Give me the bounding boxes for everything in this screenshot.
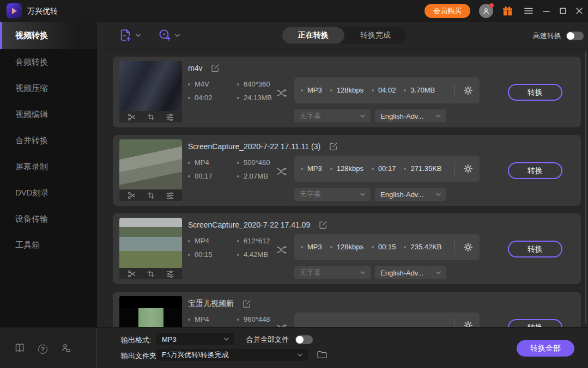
maximize-button[interactable]: [560, 8, 566, 14]
menu-icon[interactable]: [524, 8, 533, 14]
sidebar-item-video-convert[interactable]: 视频转换: [0, 22, 97, 49]
app-logo-icon: [7, 3, 22, 19]
video-thumbnail[interactable]: [119, 218, 182, 279]
audio-track-dropdown[interactable]: English-Adv...: [375, 188, 446, 201]
subtitle-dropdown[interactable]: 无字幕: [294, 188, 371, 201]
sidebar-item-toolbox[interactable]: 工具箱: [0, 232, 97, 258]
chevron-down-icon: [298, 353, 302, 357]
effects-icon[interactable]: [166, 270, 174, 278]
video-thumbnail[interactable]: [119, 296, 182, 327]
list-scrollbar[interactable]: [585, 52, 586, 324]
source-size: 4.42MB: [244, 249, 268, 260]
convert-direction-icon: [276, 322, 289, 327]
convert-button[interactable]: 转换: [508, 84, 562, 101]
output-bitrate: 128kbps: [337, 85, 363, 96]
file-row: ScreenCapture_2020-7-22 17.11.11 (3) MP4…: [113, 135, 581, 206]
settings-gear-icon[interactable]: [463, 164, 473, 174]
output-size: 235.42KB: [410, 242, 441, 253]
output-format: MP3: [307, 242, 322, 253]
output-settings[interactable]: MP3 128kbps 04:02 3.70MB: [294, 77, 480, 103]
tab-finished[interactable]: 转换完成: [344, 27, 407, 44]
output-format-dropdown[interactable]: MP3: [156, 333, 234, 345]
user-icon: [482, 7, 490, 15]
subtitle-dropdown[interactable]: 无字幕: [294, 266, 371, 279]
settings-gear-icon[interactable]: [463, 242, 473, 252]
sidebar-item-video-edit[interactable]: 视频编辑: [0, 101, 97, 127]
thumbnail-image: [119, 296, 182, 327]
convert-button[interactable]: 转换: [508, 162, 562, 179]
output-settings[interactable]: [294, 312, 480, 327]
convert-direction-icon: [276, 87, 289, 101]
crop-icon[interactable]: [147, 113, 155, 121]
add-disc-button[interactable]: [158, 28, 180, 42]
help-icon[interactable]: ?: [38, 345, 47, 354]
add-file-button[interactable]: [119, 28, 141, 42]
sidebar-item-audio-convert[interactable]: 音频转换: [0, 49, 97, 75]
convert-button[interactable]: 转换: [508, 319, 562, 327]
output-duration: 00:15: [378, 242, 396, 253]
settings-gear-icon[interactable]: [463, 321, 473, 327]
rename-icon[interactable]: [319, 220, 328, 229]
minimize-button[interactable]: [543, 8, 550, 14]
thumbnail-image: [119, 139, 182, 189]
output-folder-label: 输出文件夹:: [121, 351, 159, 361]
trim-icon[interactable]: [128, 191, 136, 200]
video-thumbnail[interactable]: [119, 61, 182, 122]
source-info: MP4 612*612 00:15 4.42MB: [188, 236, 270, 260]
chevron-down-icon: [360, 193, 365, 196]
source-info: MP4 960*448: [188, 314, 270, 325]
close-button[interactable]: [576, 8, 583, 14]
open-folder-icon[interactable]: [317, 350, 328, 359]
video-thumbnail[interactable]: [119, 139, 182, 201]
trim-icon[interactable]: [128, 269, 136, 278]
contact-icon[interactable]: [60, 343, 71, 355]
source-info: MP4 500*460 00:17 2.07MB: [188, 157, 270, 182]
chevron-down-icon: [175, 34, 180, 37]
convert-all-button[interactable]: 转换全部: [517, 340, 574, 357]
source-format: MP4: [195, 314, 209, 325]
sidebar-item-video-compress[interactable]: 视频压缩: [0, 75, 97, 101]
notification-dot: [489, 3, 494, 8]
high-speed-toggle[interactable]: [566, 32, 584, 40]
trim-icon[interactable]: [128, 113, 136, 121]
footer-bar: ? 输出格式: MP3 合并全部文件 输出文件夹: F:\万兴优转\转换完成 转…: [0, 327, 588, 368]
effects-icon[interactable]: [166, 192, 174, 199]
sidebar-item-screen-record[interactable]: 屏幕录制: [0, 154, 97, 180]
gift-icon[interactable]: [502, 5, 513, 17]
add-disc-icon: [158, 28, 172, 42]
app-window: 万兴优转 会员购买: [0, 0, 588, 368]
output-settings[interactable]: MP3 128kbps 00:15 235.42KB: [294, 234, 480, 260]
tab-converting[interactable]: 正在转换: [282, 27, 344, 44]
source-resolution: 640*360: [244, 79, 270, 90]
thumbnail-image: [119, 61, 182, 111]
chevron-down-icon: [436, 114, 441, 118]
rename-icon[interactable]: [243, 299, 251, 308]
sidebar-item-dvd-burn[interactable]: DVD刻录: [0, 180, 97, 206]
merge-all-toggle[interactable]: [295, 335, 313, 344]
sidebar-item-merge-convert[interactable]: 合并转换: [0, 127, 97, 154]
sidebar: 视频转换 音频转换 视频压缩 视频编辑 合并转换 屏幕录制 DVD刻录 设备传输…: [0, 22, 97, 327]
rename-icon[interactable]: [329, 142, 338, 151]
output-bitrate: 128kbps: [337, 242, 363, 253]
titlebar: 万兴优转 会员购买: [0, 0, 588, 22]
audio-track-dropdown[interactable]: English-Adv...: [375, 109, 446, 122]
output-folder-dropdown[interactable]: F:\万兴优转\转换完成: [156, 349, 308, 361]
rename-icon[interactable]: [211, 64, 220, 72]
output-settings[interactable]: MP3 128kbps 00:17 271.35KB: [294, 156, 480, 182]
user-guide-icon[interactable]: [14, 343, 25, 355]
crop-icon[interactable]: [147, 192, 155, 199]
thumbnail-image: [119, 218, 182, 268]
chevron-down-icon: [360, 271, 365, 274]
chevron-down-icon: [360, 114, 365, 118]
convert-button[interactable]: 转换: [508, 241, 562, 257]
file-title: ScreenCapture_2020-7-22 17.11.11 (3): [188, 142, 320, 151]
settings-gear-icon[interactable]: [463, 85, 473, 95]
audio-track-dropdown[interactable]: English-Adv...: [375, 266, 446, 279]
account-avatar[interactable]: [479, 4, 493, 18]
sidebar-item-device-transfer[interactable]: 设备传输: [0, 206, 97, 232]
subtitle-dropdown[interactable]: 无字幕: [294, 109, 371, 122]
effects-icon[interactable]: [166, 113, 174, 121]
tab-bar: 正在转换 转换完成: [282, 27, 407, 44]
buy-membership-button[interactable]: 会员购买: [425, 4, 470, 18]
crop-icon[interactable]: [147, 270, 155, 278]
